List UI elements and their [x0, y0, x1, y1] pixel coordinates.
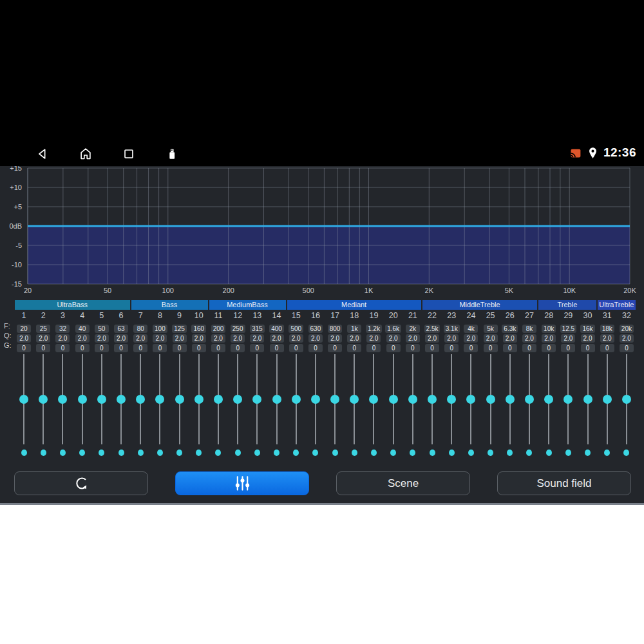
- slider-handle[interactable]: [428, 395, 437, 404]
- slider-handle[interactable]: [272, 395, 281, 404]
- slider-handle[interactable]: [292, 395, 301, 404]
- band-gain-slider[interactable]: [461, 352, 480, 448]
- slider-handle[interactable]: [583, 395, 592, 404]
- slider-handle[interactable]: [447, 395, 456, 404]
- slider-handle[interactable]: [252, 395, 261, 404]
- band-gain-slider[interactable]: [287, 352, 306, 448]
- band-gain-slider[interactable]: [150, 352, 169, 448]
- slider-handle[interactable]: [369, 395, 378, 404]
- band-gain-slider[interactable]: [500, 352, 520, 448]
- x-axis-tick-label: 5K: [505, 287, 514, 294]
- slider-handle[interactable]: [389, 395, 398, 404]
- slider-handle[interactable]: [39, 395, 48, 404]
- slider-handle[interactable]: [117, 395, 126, 404]
- band-gain-slider[interactable]: [92, 352, 111, 448]
- reset-button[interactable]: [14, 471, 148, 495]
- slider-handle[interactable]: [58, 395, 67, 404]
- band-gain-slider[interactable]: [306, 352, 325, 448]
- slider-handle[interactable]: [330, 395, 339, 404]
- band-gain-slider[interactable]: [364, 352, 383, 448]
- recents-icon[interactable]: [122, 147, 136, 161]
- band-number: 25: [486, 311, 495, 320]
- band-gain-slider[interactable]: [189, 352, 209, 448]
- slider-handle[interactable]: [311, 395, 320, 404]
- band-gain-slider[interactable]: [131, 352, 150, 448]
- home-icon[interactable]: [79, 147, 93, 161]
- band-gain-slider[interactable]: [345, 352, 364, 448]
- y-axis-tick-label: +15: [10, 166, 22, 172]
- x-axis-tick-label: 20K: [623, 287, 636, 294]
- band-indicator-dot: [390, 450, 396, 456]
- band-gain-slider[interactable]: [73, 352, 92, 448]
- slider-handle[interactable]: [78, 395, 87, 404]
- band-gain-slider[interactable]: [384, 352, 403, 448]
- band-gain-slider[interactable]: [578, 352, 597, 448]
- band-indicator-dot: [235, 450, 241, 456]
- back-icon[interactable]: [35, 147, 50, 161]
- slider-handle[interactable]: [544, 395, 553, 404]
- band-indicator-dot: [488, 450, 493, 456]
- band-gain-slider[interactable]: [422, 352, 442, 448]
- band-gain-slider[interactable]: [520, 352, 539, 448]
- slider-handle[interactable]: [525, 395, 534, 404]
- band-number: 16: [311, 311, 320, 320]
- band-gain-slider[interactable]: [228, 352, 247, 448]
- usb-icon: [165, 147, 179, 161]
- band-indicator-dot: [293, 450, 299, 456]
- band-gain-slider[interactable]: [617, 352, 636, 448]
- sound-field-button[interactable]: Sound field: [497, 471, 631, 495]
- band-gain-slider[interactable]: [33, 352, 53, 448]
- slider-handle[interactable]: [194, 395, 204, 404]
- slider-handle[interactable]: [603, 395, 612, 404]
- reset-icon: [73, 475, 90, 492]
- band-gain-slider[interactable]: [170, 352, 189, 448]
- slider-handle[interactable]: [622, 395, 631, 404]
- scene-button[interactable]: Scene: [336, 471, 470, 495]
- band-number: 5: [99, 311, 104, 320]
- slider-handle[interactable]: [155, 395, 164, 404]
- slider-handle[interactable]: [214, 395, 223, 404]
- equalizer-button[interactable]: [175, 471, 309, 495]
- slider-handle[interactable]: [466, 395, 475, 404]
- band-indicator-dot: [623, 450, 629, 456]
- y-axis-tick-label: -5: [15, 242, 22, 249]
- band-number: 20: [389, 311, 398, 320]
- band-indicator-dot: [449, 450, 455, 456]
- cast-icon: [569, 146, 582, 160]
- slider-handle[interactable]: [97, 395, 106, 404]
- band-gain-slider[interactable]: [481, 352, 500, 448]
- band-gain-slider[interactable]: [539, 352, 558, 448]
- band-gain-slider[interactable]: [442, 352, 461, 448]
- band-gain-slider[interactable]: [53, 352, 72, 448]
- band-gain-slider[interactable]: [598, 352, 617, 448]
- location-icon: [586, 146, 600, 160]
- scene-button-label: Scene: [388, 477, 419, 490]
- band-indicator-dot: [352, 450, 357, 456]
- band-gain-slider[interactable]: [14, 352, 33, 448]
- band-gain-slider[interactable]: [403, 352, 422, 448]
- slider-handle[interactable]: [564, 395, 573, 404]
- band-number: 10: [194, 311, 204, 320]
- band-number: 2: [41, 311, 46, 320]
- band-gain-slider[interactable]: [267, 352, 286, 448]
- band-indicator-dots: [14, 450, 636, 456]
- slider-handle[interactable]: [350, 395, 359, 404]
- slider-handle[interactable]: [408, 395, 417, 404]
- band-gain-slider[interactable]: [325, 352, 345, 448]
- slider-handle[interactable]: [233, 395, 242, 404]
- band-gain-slider[interactable]: [111, 352, 131, 448]
- band-indicator-dot: [215, 450, 221, 456]
- slider-handle[interactable]: [486, 395, 495, 404]
- band-sliders: [14, 352, 636, 448]
- slider-handle[interactable]: [136, 395, 145, 404]
- band-gain-slider[interactable]: [247, 352, 267, 448]
- slider-handle[interactable]: [506, 395, 515, 404]
- band-gain-slider[interactable]: [558, 352, 578, 448]
- band-indicator-dot: [468, 450, 474, 456]
- slider-handle[interactable]: [175, 395, 184, 404]
- y-axis-tick-label: 0dB: [9, 222, 22, 230]
- band-gain-slider[interactable]: [209, 352, 228, 448]
- y-axis-tick-label: -15: [12, 280, 22, 288]
- slider-handle[interactable]: [19, 395, 28, 404]
- band-indicator-dot: [430, 450, 435, 456]
